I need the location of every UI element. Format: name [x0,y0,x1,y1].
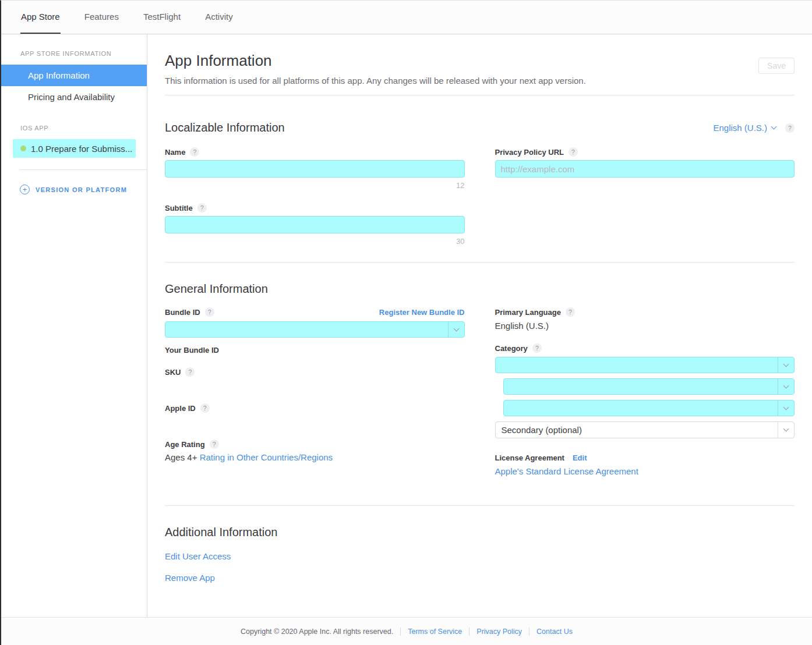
tab-activity[interactable]: Activity [204,1,234,34]
footer-separator [529,628,529,636]
tab-features[interactable]: Features [84,1,119,34]
age-rating-value: Ages 4+ [165,452,197,462]
your-bundle-id-text: Your Bundle ID [165,346,219,355]
apple-id-label: Apple ID ? [165,403,465,413]
terms-of-service-link[interactable]: Terms of Service [408,628,462,636]
help-icon[interactable]: ? [566,307,575,317]
chevron-down-icon [783,426,789,432]
plus-circle-icon: + [20,185,30,194]
chevron-down-icon [453,325,459,331]
select-chevron [778,357,794,373]
help-icon[interactable]: ? [185,367,195,377]
category-subcategory-2-value [504,401,778,416]
standard-license-agreement-link[interactable]: Apple's Standard License Agreement [495,466,638,476]
add-version-or-platform-button[interactable]: + VERSION OR PLATFORM [20,185,147,194]
language-selector-value: English (U.S.) [713,123,767,133]
footer-separator [469,628,469,636]
category-secondary-select[interactable]: Secondary (optional) [495,421,795,438]
section-divider [165,505,795,506]
localizable-left-column: Name ? 12 Subtitle ? 30 [165,147,465,246]
subtitle-label-text: Subtitle [165,204,193,212]
remove-app-link[interactable]: Remove App [165,573,215,583]
help-icon[interactable]: ? [532,343,542,353]
license-edit-link[interactable]: Edit [573,453,587,462]
help-icon[interactable]: ? [569,147,578,157]
help-icon[interactable]: ? [210,440,219,449]
save-button[interactable]: Save [758,58,795,74]
page-footer: Copyright © 2020 Apple Inc. All rights r… [1,617,812,645]
bundle-id-select[interactable] [165,321,465,338]
name-input[interactable] [165,160,465,178]
sidebar-item-version[interactable]: 1.0 Prepare for Submiss... [13,139,136,158]
footer-separator [400,628,401,636]
page-subtitle: This information is used for all platfor… [165,76,586,86]
name-char-count: 12 [165,181,465,190]
contact-us-link[interactable]: Contact Us [536,628,573,636]
license-agreement-label: License Agreement [495,453,564,462]
sidebar: APP STORE INFORMATION App Information Pr… [1,34,147,617]
localizable-information-title: Localizable Information [165,121,285,134]
category-subcategory-select-1[interactable] [503,378,795,395]
subtitle-char-count: 30 [165,237,465,246]
age-rating-label-text: Age Rating [165,440,205,449]
privacy-label-text: Privacy Policy URL [495,148,564,157]
edit-user-access-link[interactable]: Edit User Access [165,551,231,561]
primary-language-value: English (U.S.) [495,321,795,331]
bundle-id-label: Bundle ID ? [165,307,214,317]
language-selector[interactable]: English (U.S.) ? [713,123,795,133]
sidebar-item-pricing-availability[interactable]: Pricing and Availability [1,86,147,108]
category-primary-select[interactable] [495,357,795,373]
apple-id-label-text: Apple ID [165,404,196,413]
category-primary-value [496,357,778,373]
help-icon[interactable]: ? [190,147,199,157]
subtitle-field-label: Subtitle ? [165,203,465,212]
help-icon[interactable]: ? [785,123,795,133]
help-icon[interactable]: ? [197,203,207,212]
chevron-down-icon [771,124,777,130]
primary-language-text: Primary Language [495,308,561,317]
bundle-id-select-value [165,322,448,337]
sku-label: SKU ? [165,367,465,377]
help-icon[interactable]: ? [205,307,214,317]
select-chevron [778,401,794,416]
general-left-column: Bundle ID ? Register New Bundle ID Your … [165,307,465,477]
sidebar-item-app-information[interactable]: App Information [1,65,147,86]
chevron-down-icon [783,404,789,410]
name-label-text: Name [165,148,185,157]
tab-app-store[interactable]: App Store [20,1,61,34]
age-rating-value-row: Ages 4+ Rating in Other Countries/Region… [165,452,465,462]
chevron-down-icon [783,382,789,388]
privacy-policy-link[interactable]: Privacy Policy [476,628,522,636]
additional-information-title: Additional Information [165,526,795,539]
help-icon[interactable]: ? [200,403,210,413]
select-chevron [778,422,794,438]
select-chevron [448,322,464,337]
category-label-text: Category [495,344,528,353]
localizable-right-column: Privacy Policy URL ? [495,147,795,246]
category-label: Category ? [495,343,795,353]
sidebar-divider [20,169,147,170]
subtitle-input[interactable] [165,216,465,233]
select-chevron [778,379,794,394]
name-field-label: Name ? [165,147,465,157]
your-bundle-id-label: Your Bundle ID [165,346,465,355]
section-divider [165,95,795,95]
sidebar-version-label: 1.0 Prepare for Submiss... [31,144,132,154]
tab-testflight[interactable]: TestFlight [143,1,181,34]
sidebar-heading-app-store-information: APP STORE INFORMATION [20,50,147,57]
rating-other-countries-link[interactable]: Rating in Other Countries/Regions [200,452,333,462]
register-new-bundle-id-link[interactable]: Register New Bundle ID [379,308,465,317]
age-rating-label: Age Rating ? [165,440,465,449]
copyright-text: Copyright © 2020 Apple Inc. All rights r… [241,628,393,636]
category-subcategory-select-2[interactable] [503,400,795,416]
chevron-down-icon [783,361,789,367]
category-subcategory-1-value [504,379,778,394]
privacy-policy-url-input[interactable] [495,160,795,178]
bundle-id-label-text: Bundle ID [165,308,200,317]
top-navigation: App Store Features TestFlight Activity [1,1,812,34]
category-secondary-value: Secondary (optional) [496,422,778,438]
primary-language-label: Primary Language ? [495,307,795,317]
main-content: App Information This information is used… [147,34,812,617]
status-dot-icon [20,146,26,151]
page-title: App Information [165,52,586,70]
